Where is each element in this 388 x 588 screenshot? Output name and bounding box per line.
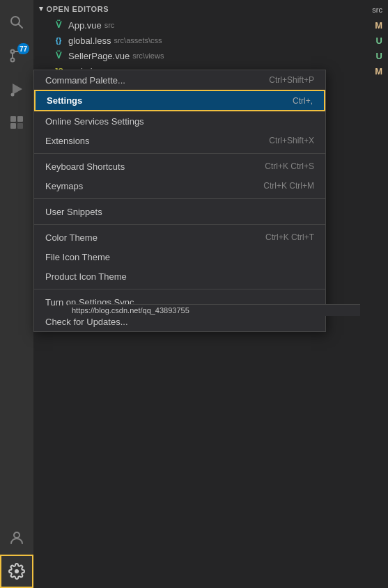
- source-control-sidebar-icon[interactable]: 77: [0, 39, 33, 72]
- menu-item-settings[interactable]: Settings Ctrl+,: [34, 90, 325, 111]
- vue-file-icon: V̈: [53, 19, 64, 31]
- run-sidebar-icon[interactable]: [0, 72, 33, 106]
- menu-item-label: Check for Updates...: [45, 317, 314, 327]
- menu-item-label: Online Services Settings: [45, 116, 314, 127]
- menu-item-label: Settings: [47, 95, 281, 106]
- file-badge: M: [375, 66, 382, 77]
- url-text: https://blog.csdn.net/qq_43893755: [72, 306, 189, 315]
- list-item[interactable]: V̈ SellerPage.vue src\views U: [33, 48, 388, 63]
- url-tooltip: https://blog.csdn.net/qq_43893755: [68, 304, 360, 316]
- gear-sidebar-icon[interactable]: [0, 555, 33, 588]
- svg-line-1: [19, 24, 23, 29]
- svg-rect-8: [17, 116, 23, 122]
- file-name: App.vue: [68, 20, 102, 31]
- svg-marker-5: [13, 84, 22, 95]
- menu-item-shortcut: Ctrl+K Ctrl+S: [265, 161, 314, 171]
- menu-item-label: Extensions: [45, 136, 258, 146]
- sidebar: 77: [0, 0, 33, 588]
- menu-item-label: Product Icon Theme: [45, 271, 314, 282]
- menu-item-shortcut: Ctrl+K Ctrl+M: [263, 181, 314, 191]
- svg-rect-7: [10, 116, 16, 122]
- file-badge: U: [376, 51, 382, 61]
- open-editors-header: ▾ Open Editors: [33, 0, 388, 17]
- menu-item-label: Command Palette...: [45, 75, 258, 86]
- menu-item-online-services[interactable]: Online Services Settings: [34, 111, 325, 131]
- menu-item-shortcut: Ctrl+Shift+P: [269, 75, 314, 85]
- account-sidebar-icon[interactable]: [0, 521, 33, 555]
- menu-item-label: Keymaps: [45, 181, 252, 191]
- svg-rect-10: [17, 123, 23, 129]
- svg-rect-9: [10, 123, 16, 129]
- menu-item-label: File Icon Theme: [45, 252, 314, 262]
- file-badge: U: [376, 35, 382, 46]
- menu-item-file-icon-theme[interactable]: File Icon Theme: [34, 247, 325, 267]
- menu-item-user-snippets[interactable]: User Snippets: [34, 202, 325, 221]
- menu-item-shortcut: Ctrl+K Ctrl+T: [265, 232, 314, 242]
- file-name: SellerPage.vue: [68, 51, 130, 61]
- search-sidebar-icon[interactable]: [0, 6, 33, 39]
- chevron-icon: ▾: [39, 4, 44, 13]
- menu-item-shortcut: Ctrl+Shift+X: [269, 136, 314, 145]
- extensions-sidebar-icon[interactable]: [0, 106, 33, 139]
- vue-file-icon: V̈: [53, 50, 64, 61]
- menu-item-color-theme[interactable]: Color Theme Ctrl+K Ctrl+T: [34, 228, 325, 247]
- list-item[interactable]: {} global.less src\assets\css U: [33, 33, 388, 48]
- file-path: src\assets\css: [114, 36, 162, 45]
- menu-item-label: User Snippets: [45, 207, 314, 217]
- file-path: src\views: [132, 51, 164, 60]
- menu-item-keymaps[interactable]: Keymaps Ctrl+K Ctrl+M: [34, 176, 325, 196]
- less-file-icon: {}: [53, 35, 64, 46]
- menu-item-keyboard-shortcuts[interactable]: Keyboard Shortcuts Ctrl+K Ctrl+S: [34, 157, 325, 176]
- file-badge: M: [375, 20, 382, 31]
- menu-item-command-palette[interactable]: Command Palette... Ctrl+Shift+P: [34, 70, 325, 90]
- src-label: src: [372, 6, 382, 14]
- menu-item-extensions[interactable]: Extensions Ctrl+Shift+X: [34, 131, 325, 150]
- menu-item-shortcut: Ctrl+,: [293, 96, 313, 106]
- source-control-badge: 77: [17, 43, 29, 54]
- svg-point-11: [14, 532, 20, 538]
- menu-separator: [34, 153, 325, 154]
- context-menu: Command Palette... Ctrl+Shift+P Settings…: [33, 70, 326, 332]
- menu-item-label: Keyboard Shortcuts: [45, 161, 254, 172]
- menu-separator: [34, 224, 325, 225]
- open-editors-title: Open Editors: [47, 5, 109, 13]
- menu-separator: [34, 198, 325, 199]
- list-item[interactable]: V̈ App.vue src M: [33, 17, 388, 33]
- file-path: src: [104, 21, 115, 29]
- svg-point-6: [11, 93, 15, 97]
- menu-separator: [34, 289, 325, 289]
- file-name: global.less: [68, 35, 111, 46]
- menu-item-label: Color Theme: [45, 232, 254, 243]
- menu-item-product-icon-theme[interactable]: Product Icon Theme: [34, 267, 325, 286]
